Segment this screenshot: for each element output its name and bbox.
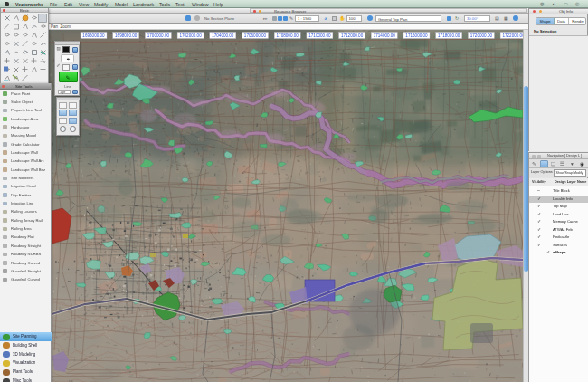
svg-text:1722000.00: 1722000.00 bbox=[502, 33, 523, 38]
svg-text:1706000.00: 1706000.00 bbox=[244, 33, 267, 38]
svg-text:1708000.00: 1708000.00 bbox=[277, 33, 299, 38]
svg-text:1700000.00: 1700000.00 bbox=[147, 33, 170, 38]
svg-text:1704000.00: 1704000.00 bbox=[212, 33, 234, 38]
svg-text:1698000.00: 1698000.00 bbox=[115, 33, 138, 38]
svg-text:1712000.00: 1712000.00 bbox=[341, 33, 364, 38]
svg-text:1714000.00: 1714000.00 bbox=[374, 33, 396, 38]
svg-text:1710000.00: 1710000.00 bbox=[308, 33, 331, 38]
svg-text:1718000.00: 1718000.00 bbox=[438, 33, 460, 38]
svg-text:1716000.00: 1716000.00 bbox=[405, 33, 428, 38]
svg-text:1696000.00: 1696000.00 bbox=[82, 33, 105, 38]
svg-text:1702000.00: 1702000.00 bbox=[179, 33, 202, 38]
svg-text:1720000.00: 1720000.00 bbox=[470, 33, 493, 38]
